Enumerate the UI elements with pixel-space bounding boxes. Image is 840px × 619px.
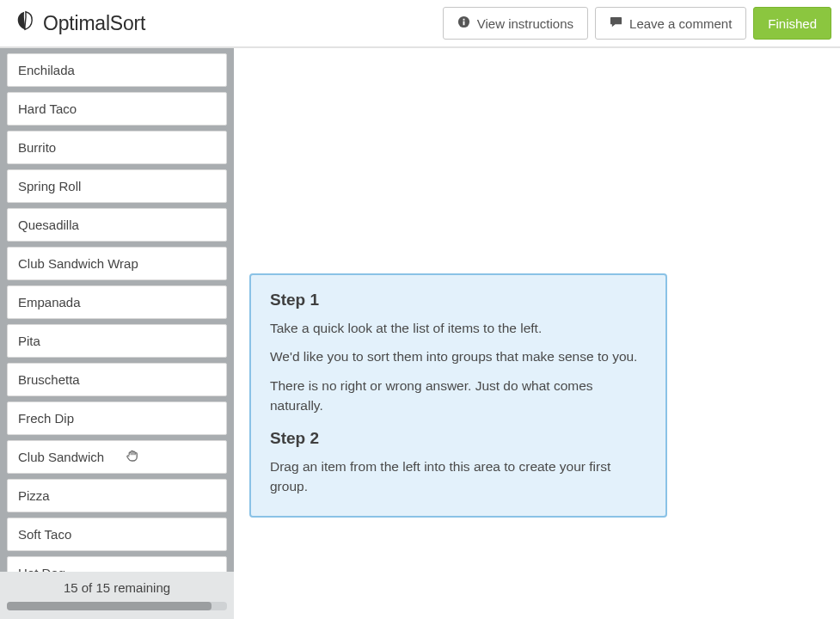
card-label: Quesadilla (18, 218, 79, 232)
card-club-sandwich-wrap[interactable]: Club Sandwich Wrap (7, 247, 227, 280)
grab-cursor-icon (125, 448, 140, 467)
card-label: Pizza (18, 488, 50, 503)
card-label: Empanada (18, 295, 81, 310)
sidebar-footer: 15 of 15 remaining (0, 572, 234, 619)
view-instructions-button[interactable]: View instructions (443, 7, 588, 40)
header-actions: View instructions Leave a comment Finish… (443, 7, 831, 40)
card-label: Enchilada (18, 63, 75, 77)
card-enchilada[interactable]: Enchilada (7, 53, 227, 87)
card-quesadilla[interactable]: Quesadilla (7, 208, 227, 242)
leave-comment-button[interactable]: Leave a comment (595, 7, 746, 40)
finished-button[interactable]: Finished (753, 7, 831, 40)
card-label: Soft Taco (18, 527, 71, 542)
scrollbar[interactable] (7, 602, 227, 610)
leaf-logo-icon (12, 9, 38, 38)
card-soft-taco[interactable]: Soft Taco (7, 518, 227, 551)
card-label: Pita (18, 334, 40, 348)
step1-text-1: Take a quick look at the list of items t… (270, 318, 647, 338)
drop-canvas[interactable]: Step 1 Take a quick look at the list of … (234, 48, 840, 619)
card-label: Club Sandwich Wrap (18, 256, 138, 271)
card-pita[interactable]: Pita (7, 324, 227, 358)
card-list: Enchilada Hard Taco Burrito Spring Roll … (0, 53, 234, 572)
step2-text-1: Drag an item from the left into this are… (270, 457, 647, 497)
comment-icon (610, 15, 622, 31)
card-frech-dip[interactable]: Frech Dip (7, 401, 227, 435)
remaining-count: 15 of 15 remaining (0, 580, 234, 595)
svg-rect-1 (463, 21, 464, 26)
body: Enchilada Hard Taco Burrito Spring Roll … (0, 48, 840, 619)
svg-rect-2 (463, 19, 464, 21)
card-label: Hot Dog (18, 566, 65, 572)
step2-title: Step 2 (270, 429, 647, 448)
card-burrito[interactable]: Burrito (7, 131, 227, 164)
sidebar: Enchilada Hard Taco Burrito Spring Roll … (0, 48, 234, 619)
card-hard-taco[interactable]: Hard Taco (7, 92, 227, 126)
card-label: Club Sandwich (18, 450, 104, 464)
card-club-sandwich[interactable]: Club Sandwich (7, 440, 227, 474)
step1-text-2: We'd like you to sort them into groups t… (270, 346, 647, 366)
step1-text-3: There is no right or wrong answer. Just … (270, 376, 647, 416)
card-empanada[interactable]: Empanada (7, 285, 227, 319)
card-label: Bruschetta (18, 372, 80, 387)
card-pizza[interactable]: Pizza (7, 479, 227, 512)
info-icon (457, 15, 470, 31)
card-bruschetta[interactable]: Bruschetta (7, 363, 227, 396)
card-label: Spring Roll (18, 179, 81, 193)
leave-comment-label: Leave a comment (629, 16, 732, 31)
step1-title: Step 1 (270, 291, 647, 310)
card-label: Frech Dip (18, 411, 74, 426)
card-spring-roll[interactable]: Spring Roll (7, 169, 227, 203)
scrollbar-thumb[interactable] (7, 602, 212, 610)
card-label: Burrito (18, 140, 56, 155)
brand: OptimalSort (12, 9, 145, 38)
view-instructions-label: View instructions (477, 16, 573, 31)
finished-label: Finished (768, 16, 817, 31)
card-label: Hard Taco (18, 101, 77, 116)
header: OptimalSort View instructions Leave a co… (0, 0, 840, 48)
card-hot-dog[interactable]: Hot Dog (7, 556, 227, 572)
instructions-panel: Step 1 Take a quick look at the list of … (249, 273, 667, 518)
brand-name: OptimalSort (43, 12, 145, 35)
